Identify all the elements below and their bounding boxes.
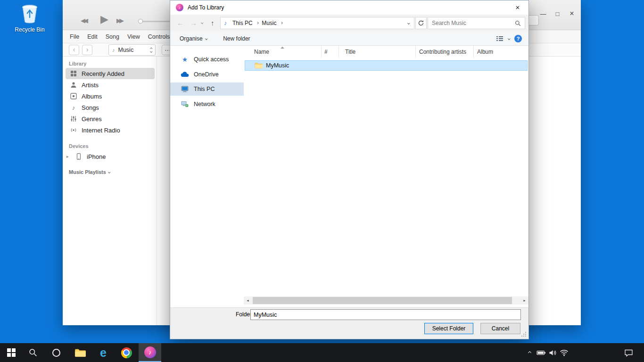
- library-header: Library: [69, 61, 86, 66]
- address-bar[interactable]: ♪ This PC Music: [220, 17, 414, 29]
- breadcrumb-chevron-icon[interactable]: [280, 22, 282, 25]
- search-icon: [29, 348, 37, 357]
- breadcrumb-music[interactable]: Music: [259, 17, 279, 29]
- sidebar-item-recently-added[interactable]: Recently Added: [66, 68, 155, 79]
- battery-icon[interactable]: [536, 343, 547, 362]
- album-icon: [70, 93, 77, 99]
- battery-glyph: [537, 349, 546, 357]
- sidebar-item-label: Songs: [82, 104, 99, 111]
- breadcrumb-this-pc[interactable]: This PC: [230, 17, 255, 29]
- resize-grip[interactable]: [525, 332, 526, 333]
- close-button[interactable]: ×: [566, 9, 578, 18]
- music-folder-icon: ♪: [221, 20, 230, 26]
- maximize-button[interactable]: □: [552, 10, 564, 17]
- recent-locations-chevron[interactable]: [201, 21, 203, 24]
- minimize-button[interactable]: —: [537, 10, 549, 17]
- rewind-button[interactable]: ◀◀: [81, 17, 86, 24]
- chrome-button[interactable]: [115, 343, 138, 362]
- itunes-forward-button[interactable]: ›: [82, 45, 92, 55]
- column-header-name[interactable]: Name: [244, 46, 322, 58]
- media-picker-dropdown[interactable]: ♪ Music: [108, 44, 156, 56]
- sidebar-item-albums[interactable]: Albums: [66, 90, 155, 102]
- song-note-icon: ♪: [70, 104, 77, 111]
- sidebar-item-artists[interactable]: Artists: [66, 79, 155, 90]
- dialog-titlebar[interactable]: ♪ Add To Library ×: [170, 0, 528, 15]
- show-hidden-icons-button[interactable]: [524, 343, 535, 362]
- scroll-right-button[interactable]: ►: [520, 296, 528, 304]
- internet-explorer-icon: e: [100, 347, 107, 359]
- up-button[interactable]: ↑: [211, 19, 215, 27]
- recycle-bin-glyph: [21, 4, 39, 24]
- action-center-button[interactable]: [621, 343, 636, 362]
- sidebar-item-label: Internet Radio: [82, 127, 120, 134]
- search-box[interactable]: [428, 17, 525, 29]
- sidebar-item-iphone[interactable]: ▸ iPhone: [66, 151, 155, 162]
- scroll-left-button[interactable]: ◄: [244, 296, 252, 304]
- cortana-button[interactable]: [45, 343, 67, 362]
- dialog-navigation-row: ← → ↑ ♪ This PC Music: [170, 15, 528, 32]
- file-row-mymusic[interactable]: MyMusic: [245, 60, 528, 71]
- volume-knob[interactable]: [138, 19, 143, 24]
- menu-song[interactable]: Song: [106, 33, 119, 40]
- sidebar-item-songs[interactable]: ♪ Songs: [66, 102, 155, 113]
- network-icon[interactable]: [558, 343, 570, 362]
- file-name: MyMusic: [266, 62, 289, 69]
- disclosure-triangle-icon[interactable]: ▸: [66, 154, 71, 159]
- sidebar-item-genres[interactable]: Genres: [66, 113, 155, 124]
- breadcrumb-chevron-icon[interactable]: [256, 22, 258, 25]
- sidebar-item-label: Artists: [82, 82, 99, 89]
- details-view-icon[interactable]: [496, 35, 504, 42]
- add-to-library-dialog: ♪ Add To Library × ← → ↑ ♪ This PC Music…: [170, 0, 529, 339]
- nav-item-quick-access[interactable]: ★ Quick access: [170, 53, 244, 66]
- menu-controls[interactable]: Controls: [148, 33, 170, 40]
- column-header-title[interactable]: Title: [339, 46, 416, 58]
- chevron-down-icon: [205, 37, 207, 40]
- itunes-back-button[interactable]: ‹: [69, 45, 79, 55]
- nav-item-network[interactable]: Network: [170, 98, 244, 111]
- cancel-button[interactable]: Cancel: [480, 323, 520, 334]
- taskbar-search-button[interactable]: [22, 343, 44, 362]
- select-folder-button[interactable]: Select Folder: [424, 323, 473, 334]
- refresh-icon: [418, 20, 424, 26]
- taskbar: e ♪: [0, 343, 644, 362]
- menu-file[interactable]: File: [70, 33, 79, 40]
- sidebar-item-label: iPhone: [87, 153, 106, 160]
- cortana-icon: [52, 349, 60, 357]
- itunes-app-icon: ♪: [176, 4, 183, 11]
- new-folder-button[interactable]: New folder: [223, 35, 250, 42]
- column-header-number[interactable]: #: [322, 46, 339, 58]
- help-button[interactable]: ?: [514, 35, 522, 42]
- back-button[interactable]: ←: [177, 19, 184, 27]
- music-note-icon: ♪: [112, 47, 115, 53]
- menu-edit[interactable]: Edit: [87, 33, 98, 40]
- nav-item-this-pc[interactable]: This PC: [170, 82, 244, 96]
- view-options-chevron[interactable]: [508, 37, 510, 40]
- itunes-taskbar-button[interactable]: ♪: [139, 343, 161, 362]
- folder-name-input[interactable]: [250, 309, 521, 320]
- organise-button[interactable]: Organise: [180, 35, 207, 42]
- sidebar-item-internet-radio[interactable]: Internet Radio: [66, 124, 155, 136]
- search-input[interactable]: [432, 20, 512, 26]
- play-button[interactable]: ▶: [100, 13, 108, 25]
- music-playlists-header[interactable]: Music Playlists: [69, 169, 110, 175]
- internet-explorer-button[interactable]: e: [92, 343, 115, 362]
- column-header-album[interactable]: Album: [474, 46, 528, 58]
- column-header-contributing-artists[interactable]: Contributing artists: [416, 46, 474, 58]
- recycle-bin-icon[interactable]: Recycle Bin: [13, 4, 46, 33]
- fast-forward-button[interactable]: ▶▶: [116, 17, 122, 24]
- horizontal-scrollbar[interactable]: ◄ ►: [244, 296, 528, 304]
- dialog-footer: Folder: Select Folder Cancel: [170, 307, 528, 339]
- file-explorer-button[interactable]: [69, 343, 91, 362]
- start-button[interactable]: [0, 343, 23, 362]
- address-dropdown-chevron[interactable]: [404, 22, 414, 24]
- volume-icon[interactable]: [547, 343, 558, 362]
- file-explorer-icon: [74, 348, 86, 357]
- forward-button[interactable]: →: [190, 19, 197, 27]
- nav-item-onedrive[interactable]: OneDrive: [170, 68, 244, 81]
- scrollbar-thumb[interactable]: [253, 297, 512, 304]
- dialog-close-button[interactable]: ×: [507, 0, 528, 15]
- menu-view[interactable]: View: [127, 33, 140, 40]
- refresh-button[interactable]: [415, 17, 427, 29]
- this-pc-icon: [181, 86, 189, 92]
- cloud-icon: [181, 72, 189, 77]
